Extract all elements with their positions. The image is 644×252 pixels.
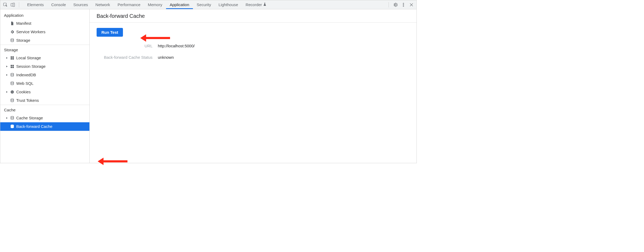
svg-rect-7 bbox=[11, 56, 12, 58]
info-value-url: http://localhost:5000/ bbox=[158, 44, 410, 48]
svg-rect-14 bbox=[13, 67, 14, 68]
devtools-toolbar: Elements Console Sources Network Perform… bbox=[0, 0, 416, 9]
gear-icon bbox=[10, 30, 15, 34]
settings-icon[interactable] bbox=[393, 2, 398, 8]
svg-rect-10 bbox=[13, 58, 14, 60]
tab-elements[interactable]: Elements bbox=[23, 0, 48, 9]
svg-point-16 bbox=[11, 82, 14, 83]
svg-point-6 bbox=[11, 39, 14, 40]
sidebar-item-label: Trust Tokens bbox=[16, 97, 39, 104]
sidebar-item-service-workers[interactable]: Service Workers bbox=[0, 28, 89, 36]
sidebar-item-label: Cookies bbox=[16, 89, 31, 95]
info-value-bfcache-status: unknown bbox=[158, 55, 410, 60]
sidebar-item-trust-tokens[interactable]: Trust Tokens bbox=[0, 96, 89, 105]
svg-point-22 bbox=[11, 99, 14, 100]
tab-label: Memory bbox=[148, 2, 162, 7]
tab-label: Console bbox=[51, 2, 66, 7]
svg-point-4 bbox=[403, 4, 404, 5]
sidebar-item-label: Local Storage bbox=[16, 55, 41, 61]
svg-rect-12 bbox=[13, 65, 14, 66]
tab-label: Sources bbox=[73, 2, 88, 7]
inspect-icon[interactable] bbox=[2, 2, 8, 8]
more-icon[interactable] bbox=[401, 2, 406, 8]
tab-label: Elements bbox=[27, 2, 44, 7]
sidebar-item-cookies[interactable]: Cookies bbox=[0, 88, 89, 96]
database-icon bbox=[10, 38, 15, 43]
tab-sources[interactable]: Sources bbox=[70, 0, 92, 9]
sidebar-item-label: Service Workers bbox=[16, 29, 46, 35]
sidebar-item-storage[interactable]: Storage bbox=[0, 36, 89, 45]
sidebar-section-application: Application bbox=[0, 10, 89, 19]
svg-rect-11 bbox=[11, 65, 12, 66]
svg-point-20 bbox=[12, 92, 12, 93]
sidebar-item-local-storage[interactable]: Local Storage bbox=[0, 54, 89, 62]
main-panel: Back-forward Cache Run Test URL http://l… bbox=[90, 9, 416, 163]
run-test-button[interactable]: Run Test bbox=[97, 28, 123, 37]
database-icon bbox=[10, 116, 15, 120]
close-icon[interactable] bbox=[408, 2, 414, 8]
sidebar-item-label: Session Storage bbox=[16, 63, 46, 70]
database-icon bbox=[10, 98, 15, 103]
svg-rect-1 bbox=[11, 3, 13, 6]
sidebar-section-cache: Cache bbox=[0, 105, 89, 114]
sidebar-item-cache-storage[interactable]: Cache Storage bbox=[0, 114, 89, 122]
svg-rect-8 bbox=[13, 56, 14, 58]
sidebar-item-label: IndexedDB bbox=[16, 72, 36, 78]
svg-rect-13 bbox=[11, 67, 12, 68]
sidebar-item-label: Storage bbox=[16, 37, 30, 44]
annotation-arrow bbox=[98, 158, 127, 165]
sidebar-item-label: Cache Storage bbox=[16, 115, 43, 121]
info-label-bfcache-status: Back-forward Cache Status bbox=[97, 55, 152, 60]
page-title: Back-forward Cache bbox=[90, 9, 416, 22]
tab-network[interactable]: Network bbox=[92, 0, 114, 9]
tab-console[interactable]: Console bbox=[48, 0, 70, 9]
grid-icon bbox=[10, 64, 15, 69]
svg-point-15 bbox=[11, 73, 14, 74]
flask-icon bbox=[263, 2, 267, 7]
database-icon bbox=[10, 124, 15, 129]
expand-toggle[interactable] bbox=[6, 74, 8, 76]
expand-toggle[interactable] bbox=[6, 65, 8, 68]
tab-label: Lighthouse bbox=[218, 2, 238, 7]
sidebar-item-indexeddb[interactable]: IndexedDB bbox=[0, 71, 89, 79]
database-icon bbox=[10, 81, 15, 86]
device-toggle-icon[interactable] bbox=[10, 2, 16, 8]
sidebar-divider bbox=[0, 131, 89, 131]
tab-label: Performance bbox=[118, 2, 141, 7]
database-icon bbox=[10, 73, 15, 77]
cookie-icon bbox=[10, 90, 15, 94]
svg-rect-2 bbox=[13, 3, 15, 7]
tab-label: Application bbox=[170, 2, 189, 7]
expand-toggle[interactable] bbox=[6, 91, 8, 93]
expand-toggle[interactable] bbox=[6, 57, 8, 59]
expand-toggle[interactable] bbox=[6, 117, 8, 119]
sidebar-item-label: Manifest bbox=[16, 20, 31, 27]
info-label-url: URL bbox=[97, 44, 152, 48]
file-icon bbox=[10, 21, 15, 26]
tab-lighthouse[interactable]: Lighthouse bbox=[215, 0, 242, 9]
tab-recorder[interactable]: Recorder bbox=[242, 0, 271, 9]
tab-performance[interactable]: Performance bbox=[114, 0, 144, 9]
tab-memory[interactable]: Memory bbox=[144, 0, 166, 9]
tab-label: Network bbox=[96, 2, 110, 7]
tab-application[interactable]: Application bbox=[166, 0, 193, 9]
sidebar-item-manifest[interactable]: Manifest bbox=[0, 19, 89, 28]
sidebar-item-websql[interactable]: Web SQL bbox=[0, 79, 89, 88]
tab-label: Recorder bbox=[246, 2, 262, 7]
sidebar-item-back-forward-cache[interactable]: Back-forward Cache bbox=[0, 122, 89, 131]
svg-point-23 bbox=[11, 116, 14, 117]
devtools-tablist: Elements Console Sources Network Perform… bbox=[23, 0, 385, 9]
svg-point-17 bbox=[11, 90, 14, 94]
application-sidebar: Application Manifest Service Workers bbox=[0, 9, 90, 163]
svg-point-5 bbox=[403, 6, 404, 6]
sidebar-item-label: Back-forward Cache bbox=[16, 123, 52, 130]
tab-label: Security bbox=[197, 2, 211, 7]
svg-point-21 bbox=[13, 93, 13, 93]
grid-icon bbox=[10, 56, 15, 60]
sidebar-item-session-storage[interactable]: Session Storage bbox=[0, 62, 89, 71]
toolbar-divider bbox=[19, 2, 19, 7]
svg-point-18 bbox=[11, 91, 12, 92]
svg-point-3 bbox=[403, 3, 404, 4]
svg-point-19 bbox=[13, 91, 13, 92]
tab-security[interactable]: Security bbox=[193, 0, 215, 9]
